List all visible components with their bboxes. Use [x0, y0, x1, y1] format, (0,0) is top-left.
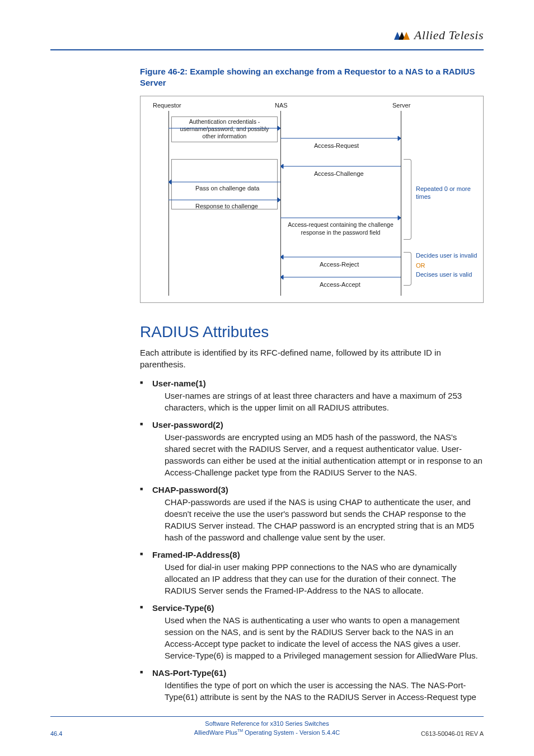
list-item: Service-Type(6) Used when the NAS is aut… — [140, 603, 484, 661]
arrow-access-challenge — [280, 164, 401, 169]
access-request-label: Access-Request — [314, 142, 359, 149]
footer-rev: C613-50046-01 REV A — [421, 730, 484, 737]
arrow-reject — [280, 254, 401, 260]
section-heading: RADIUS Attributes — [140, 323, 484, 341]
requestor-lifeline — [168, 111, 169, 296]
arrow-response — [168, 197, 280, 203]
attr-body: Used when the NAS is authenticating a us… — [152, 614, 484, 661]
svg-marker-4 — [278, 126, 280, 130]
list-item: CHAP-password(3) CHAP-passwords are used… — [140, 485, 484, 543]
footer-rule — [50, 716, 484, 717]
sequence-diagram: Requestor NAS Server Authentication cred… — [140, 96, 484, 303]
svg-marker-6 — [398, 136, 401, 141]
svg-marker-10 — [168, 180, 171, 184]
page-footer: 46.4 Software Reference for x310 Series … — [50, 730, 484, 737]
access-challenge-label: Access-Challenge — [314, 170, 364, 177]
attr-body: Used for dial-in user making PPP connect… — [152, 561, 484, 596]
attr-title: User-name(1) — [152, 379, 206, 388]
brand-text: Allied Telesis — [414, 28, 484, 43]
section-intro: Each attribute is identified by its RFC-… — [140, 347, 484, 371]
svg-marker-16 — [280, 255, 283, 259]
containing-label: Access-request containing the challenge … — [283, 220, 398, 239]
page-header: Allied Telesis — [50, 28, 484, 47]
footer-center: Software Reference for x310 Series Switc… — [50, 720, 484, 737]
repeat-bracket — [404, 159, 411, 240]
header-rule — [50, 49, 484, 50]
nas-label: NAS — [275, 102, 288, 109]
arrow-containing — [280, 215, 401, 221]
brand-mark-icon — [391, 30, 411, 41]
footer-line2: AlliedWare PlusTM Operating System - Ver… — [50, 728, 484, 737]
attr-body: Identifies the type of port on which the… — [152, 679, 484, 703]
attr-title: Service-Type(6) — [152, 603, 214, 613]
svg-marker-8 — [280, 164, 283, 169]
response-label: Response to challenge — [195, 203, 258, 209]
or-label: OR — [416, 262, 425, 269]
attribute-list: User-name(1) User-names are strings of a… — [140, 379, 484, 703]
requestor-label: Requestor — [153, 102, 181, 109]
svg-marker-2 — [403, 32, 410, 40]
invalid-label: Decides user is invalid — [416, 252, 482, 259]
attr-title: NAS-Port-Type(61) — [152, 668, 226, 678]
arrow-req-to-nas-1 — [168, 125, 280, 131]
page-number: 46.4 — [50, 730, 62, 737]
arrow-access-request — [280, 136, 401, 141]
svg-marker-18 — [280, 275, 283, 279]
attr-title: User-password(2) — [152, 420, 223, 430]
figure-caption: Figure 46-2: Example showing an exchange… — [140, 66, 484, 89]
attr-title: Framed-IP-Address(8) — [152, 550, 240, 559]
pass-on-label: Pass on challenge data — [195, 185, 259, 192]
attr-body: User-names are strings of at least three… — [152, 390, 484, 413]
footer-line1: Software Reference for x310 Series Switc… — [50, 720, 484, 728]
server-lifeline — [401, 111, 401, 296]
server-label: Server — [392, 102, 410, 109]
brand-logo: Allied Telesis — [391, 28, 484, 43]
list-item: Framed-IP-Address(8) Used for dial-in us… — [140, 550, 484, 596]
arrow-accept — [280, 274, 401, 280]
attr-body: CHAP-passwords are used if the NAS is us… — [152, 496, 484, 543]
reject-label: Access-Reject — [320, 261, 359, 268]
svg-marker-12 — [278, 198, 280, 202]
list-item: User-name(1) User-names are strings of a… — [140, 379, 484, 413]
accept-label: Access-Accept — [320, 281, 360, 288]
valid-label: Decises user is valid — [416, 271, 482, 278]
attr-body: User-passwords are encrypted using an MD… — [152, 431, 484, 478]
arrow-pass-on — [168, 179, 280, 185]
list-item: NAS-Port-Type(61) Identifies the type of… — [140, 668, 484, 703]
svg-marker-14 — [398, 216, 401, 220]
list-item: User-password(2) User-passwords are encr… — [140, 420, 484, 478]
repeated-label: Repeated 0 or more times — [416, 185, 477, 201]
decision-bracket — [404, 252, 411, 286]
attr-title: CHAP-password(3) — [152, 485, 228, 494]
